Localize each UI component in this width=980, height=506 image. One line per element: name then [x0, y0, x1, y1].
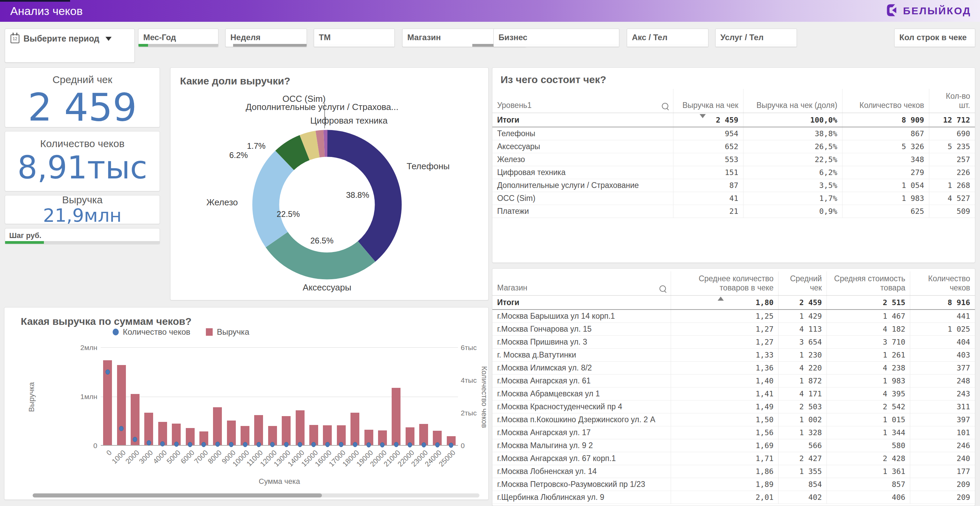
- table-cell[interactable]: 1 230: [778, 349, 827, 362]
- column-header[interactable]: Средняя стоимость товара: [827, 271, 910, 295]
- table-cell[interactable]: 580: [827, 439, 910, 452]
- checks-dot-16000[interactable]: [325, 442, 330, 447]
- table-cell[interactable]: 4 182: [827, 323, 910, 336]
- table-cell[interactable]: Железо: [492, 153, 673, 166]
- table-cell[interactable]: г. Москва д.Ватутинки: [492, 349, 671, 362]
- table-row[interactable]: Аксессуары65226,5%5 3265 235: [492, 140, 975, 153]
- table-cell[interactable]: 248: [910, 375, 975, 388]
- table-cell[interactable]: 1 015: [827, 413, 910, 426]
- column-header[interactable]: Количество чеков: [842, 89, 929, 113]
- table-cell[interactable]: 1 983: [842, 192, 929, 205]
- table-cell[interactable]: 1,33: [671, 349, 778, 362]
- table-cell[interactable]: 1,27: [671, 323, 778, 336]
- checks-dot-14000[interactable]: [298, 442, 302, 447]
- table-cell[interactable]: 279: [842, 166, 929, 179]
- checks-dot-15000[interactable]: [311, 442, 316, 447]
- table-cell[interactable]: 3 654: [778, 336, 827, 349]
- checks-dot-6000[interactable]: [188, 442, 192, 447]
- checks-dot-19000[interactable]: [366, 442, 371, 447]
- table-cell[interactable]: 1,7%: [743, 192, 842, 205]
- table-row[interactable]: Платежи210,9%625509: [492, 205, 975, 218]
- table-cell[interactable]: 5 326: [842, 140, 929, 153]
- table-cell[interactable]: 406: [827, 491, 910, 504]
- table-cell[interactable]: г.Москва Лобненская ул. 14: [492, 465, 671, 478]
- table-cell[interactable]: 1 983: [827, 375, 910, 388]
- table-cell[interactable]: 1 268: [929, 179, 975, 192]
- revenue-bar-23000[interactable]: [419, 424, 428, 445]
- table-cell[interactable]: 1,40: [671, 375, 778, 388]
- table-cell[interactable]: 1 361: [827, 465, 910, 478]
- bar-chart-plot[interactable]: 0100020003000400050006000700080009000100…: [101, 347, 458, 446]
- revenue-bar-11000[interactable]: [254, 415, 263, 445]
- checks-dot-24000[interactable]: [435, 442, 440, 447]
- table-cell[interactable]: 441: [910, 310, 975, 323]
- table-cell[interactable]: 4 395: [827, 388, 910, 401]
- sort-ascending-icon[interactable]: [718, 297, 724, 301]
- filter-nedelya[interactable]: Неделя: [225, 29, 307, 47]
- table-cell[interactable]: 2,01: [671, 491, 778, 504]
- table-row[interactable]: ОСС (Sim)411,7%1 9834 527: [492, 192, 975, 205]
- revenue-bar-9000[interactable]: [227, 421, 236, 445]
- table-cell[interactable]: 1,71: [671, 452, 778, 465]
- table-cell[interactable]: 954: [673, 127, 743, 140]
- table-cell[interactable]: 1 344: [827, 426, 910, 439]
- table-cell[interactable]: 854: [778, 478, 827, 491]
- table-cell[interactable]: 566: [778, 439, 827, 452]
- table-cell[interactable]: 1 328: [778, 426, 827, 439]
- table-cell[interactable]: 21: [673, 205, 743, 218]
- table-cell[interactable]: 1,36: [671, 362, 778, 375]
- table-cell[interactable]: 41: [673, 192, 743, 205]
- table-cell[interactable]: г.Москва Гончарова ул. 15: [492, 323, 671, 336]
- revenue-bar-18000[interactable]: [350, 413, 360, 445]
- table-cell[interactable]: г.Москва Пришвина ул. 3: [492, 336, 671, 349]
- table-row[interactable]: г.Москва Илимская ул. 8/21,364 2204 2383…: [492, 362, 975, 375]
- table-cell[interactable]: 240: [910, 452, 975, 465]
- table-cell[interactable]: 1 467: [827, 310, 910, 323]
- table-cell[interactable]: 151: [673, 166, 743, 179]
- table-cell[interactable]: 1,89: [671, 478, 778, 491]
- table-row[interactable]: г.Москва Лобненская ул. 141,861 3551 361…: [492, 465, 975, 478]
- column-header[interactable]: Средний чек: [778, 271, 827, 295]
- table-cell[interactable]: 1 872: [778, 375, 827, 388]
- checks-dot-0[interactable]: [105, 369, 110, 375]
- table-cell[interactable]: 2 542: [827, 401, 910, 413]
- table-row[interactable]: г.Москва Петровско-Разумовский пр 1/231,…: [492, 478, 975, 491]
- checks-dot-18000[interactable]: [353, 442, 357, 447]
- sort-descending-icon[interactable]: [700, 114, 706, 118]
- table-cell[interactable]: 4 220: [778, 362, 827, 375]
- table-cell[interactable]: 1 025: [910, 323, 975, 336]
- table-cell[interactable]: 2 427: [778, 452, 827, 465]
- checks-dot-17000[interactable]: [339, 442, 343, 447]
- table-cell[interactable]: Телефоны: [492, 127, 673, 140]
- table-cell[interactable]: 397: [910, 413, 975, 426]
- table-cell[interactable]: 3 710: [827, 336, 910, 349]
- column-header[interactable]: Уровень1: [492, 89, 673, 113]
- checks-dot-10000[interactable]: [243, 442, 247, 447]
- table-cell[interactable]: Цифровая техника: [492, 166, 673, 179]
- table-cell[interactable]: 377: [910, 362, 975, 375]
- revenue-bar-21000[interactable]: [392, 388, 401, 445]
- table-row[interactable]: г. Москва д.Ватутинки1,331 2301 261403: [492, 349, 975, 362]
- checks-dot-13000[interactable]: [284, 442, 288, 447]
- chart-scrollbar[interactable]: [33, 493, 479, 498]
- table-row[interactable]: г.Москва п.Кокошкино Дзержинского ул. 2 …: [492, 413, 975, 426]
- table-cell[interactable]: 1 002: [778, 413, 827, 426]
- chart-scrollbar-thumb[interactable]: [33, 493, 322, 498]
- table-cell[interactable]: г.Москва Ангарская ул. 61: [492, 375, 671, 388]
- table-cell[interactable]: 1,25: [671, 310, 778, 323]
- table-cell[interactable]: г.Москва п.Кокошкино Дзержинского ул. 2 …: [492, 413, 671, 426]
- search-icon[interactable]: [662, 103, 668, 109]
- column-header[interactable]: Количество чеков: [910, 271, 975, 295]
- table-cell[interactable]: 625: [842, 205, 929, 218]
- revenue-bar-8000[interactable]: [213, 407, 222, 445]
- table-cell[interactable]: 209: [910, 478, 975, 491]
- table-cell[interactable]: 2 428: [827, 452, 910, 465]
- table-cell[interactable]: г.Москва Красностуденческий пр 4: [492, 401, 671, 413]
- table-row[interactable]: г.Москва Красностуденческий пр 41,492 50…: [492, 401, 975, 413]
- table-cell[interactable]: 403: [910, 349, 975, 362]
- table-cell[interactable]: 4 113: [778, 323, 827, 336]
- table-cell[interactable]: 5 235: [929, 140, 975, 153]
- search-icon[interactable]: [659, 285, 666, 292]
- checks-dot-25000[interactable]: [449, 443, 453, 448]
- filter-mes-god[interactable]: Мес-Год: [138, 29, 218, 47]
